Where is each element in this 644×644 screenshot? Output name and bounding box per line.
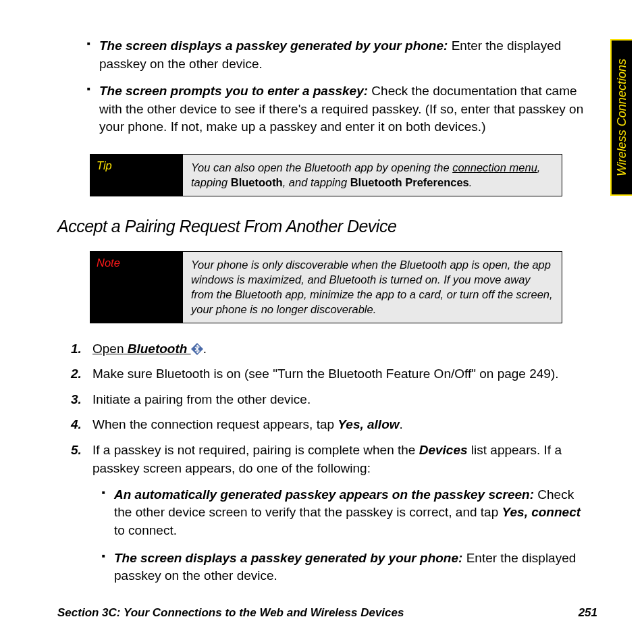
tip-label: Tip [90,154,183,196]
list-item: The screen displays a passkey generated … [114,549,584,585]
step-open-link: Open Bluetooth [92,342,191,356]
bullet-text: to connect. [114,523,177,537]
steps-list: Open Bluetooth . Make sure Bluetooth is … [57,340,584,585]
bluetooth-icon [191,342,203,354]
step-item: Open Bluetooth . [71,340,584,358]
tip-text: . [469,176,473,188]
step-text: If a passkey is not required, pairing is… [92,443,419,457]
step-keyword: Devices [419,443,468,457]
bullet-lead: The screen displays a passkey generated … [114,551,462,565]
page-footer: Section 3C: Your Connections to the Web … [57,606,597,620]
step-item: Initiate a pairing from the other device… [71,390,584,409]
footer-page-number: 251 [579,606,597,620]
step-item: If a passkey is not required, pairing is… [71,441,584,585]
step-app-name: Bluetooth [124,342,190,356]
tip-text: , and tapping [283,176,350,188]
bullet-lead: An automatically generated passkey appea… [114,487,534,502]
step-item: When the connection request appears, tap… [71,415,584,434]
list-item: An automatically generated passkey appea… [114,486,584,540]
bullet-action: Yes, connect [502,505,581,519]
step-item: Make sure Bluetooth is on (see "Turn the… [71,365,584,383]
list-item: The screen prompts you to enter a passke… [99,82,584,136]
tip-body: You can also open the Bluetooth app by o… [183,154,562,196]
step-text: . [400,417,403,431]
tip-bold: Bluetooth Preferences [350,176,469,188]
side-tab-wireless: Wireless Connections [610,39,632,196]
note-callout: Note Your phone is only discoverable whe… [90,251,562,323]
tip-text: You can also open the Bluetooth app by o… [191,161,452,173]
bullet-lead: The screen prompts you to enter a passke… [99,84,368,98]
list-item: The screen displays a passkey generated … [99,37,584,73]
tip-callout: Tip You can also open the Bluetooth app … [90,154,562,196]
note-body: Your phone is only discoverable when the… [183,251,562,323]
step-text: When the connection request appears, tap [92,417,338,431]
section-heading: Accept a Pairing Request From Another De… [57,217,584,236]
note-label: Note [90,251,183,323]
tip-link: connection menu [452,161,537,173]
page-content: The screen displays a passkey generated … [57,37,584,595]
sub-bullet-list: An automatically generated passkey appea… [92,486,584,585]
step-text: Open [92,342,124,356]
footer-section: Section 3C: Your Connections to the Web … [57,606,404,620]
step-action: Yes, allow [338,417,399,431]
top-bullet-list: The screen displays a passkey generated … [57,37,584,136]
tip-bold: Bluetooth [231,176,283,188]
bullet-lead: The screen displays a passkey generated … [99,38,448,53]
step-text: . [203,342,207,356]
